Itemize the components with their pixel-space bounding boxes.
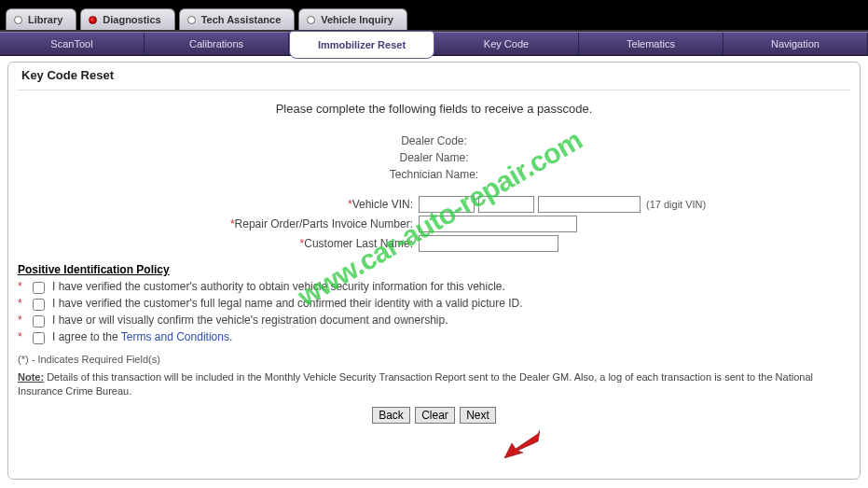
policy-text-3: I have or will visually confirm the vehi… xyxy=(52,314,448,327)
policy-text-2: I have verified the customer's full lega… xyxy=(52,297,523,310)
vehicle-vin-label: Vehicle VIN: xyxy=(352,198,413,211)
clear-button[interactable]: Clear xyxy=(415,407,455,424)
form-block: *Vehicle VIN: (17 digit VIN) *Repair Ord… xyxy=(18,196,850,252)
policy-row-1: * I have verified the customer's authori… xyxy=(18,280,850,294)
policy-text-4-prefix: I agree to the xyxy=(52,330,121,343)
tab-diagnostics[interactable]: Diagnostics xyxy=(80,8,174,30)
panel-title: Key Code Reset xyxy=(18,66,850,91)
policy-row-2: * I have verified the customer's full le… xyxy=(18,297,850,311)
customer-last-name-input[interactable] xyxy=(419,235,558,252)
content-panel: Key Code Reset Please complete the follo… xyxy=(7,62,861,480)
policy-text-1: I have verified the customer's authority… xyxy=(52,280,505,293)
subtab-telematics[interactable]: Telematics xyxy=(579,33,723,55)
required-footnote: (*) - Indicates Required Field(s) xyxy=(18,354,850,365)
policy-checkbox-1[interactable] xyxy=(33,282,45,294)
customer-last-name-label: Customer Last Name: xyxy=(304,237,413,250)
tab-tech-assistance[interactable]: Tech Assistance xyxy=(179,8,296,30)
dealer-info-block: Dealer Code: Dealer Name: Technician Nam… xyxy=(18,132,850,183)
policy-checkbox-4[interactable] xyxy=(33,332,45,344)
tab-label: Tech Assistance xyxy=(201,14,282,25)
dealer-code-label: Dealer Code: xyxy=(18,132,850,149)
radio-icon xyxy=(307,16,315,24)
vin-hint: (17 digit VIN) xyxy=(646,199,706,210)
dealer-name-label: Dealer Name: xyxy=(18,149,850,166)
subtab-calibrations[interactable]: Calibrations xyxy=(145,33,289,55)
radio-icon xyxy=(187,16,196,24)
svg-marker-0 xyxy=(504,430,540,458)
note-block: Note: Details of this transaction will b… xyxy=(18,370,850,399)
note-text: Details of this transaction will be incl… xyxy=(18,371,813,397)
subtab-immobilizer-reset[interactable]: Immobilizer Reset xyxy=(289,31,434,59)
row-customer-last-name: *Customer Last Name: xyxy=(18,235,850,252)
radio-icon xyxy=(14,16,22,24)
tab-label: Diagnostics xyxy=(103,14,160,25)
policy-heading: Positive Identification Policy xyxy=(18,263,850,276)
sub-nav-bar: ScanTool Calibrations Immobilizer Reset … xyxy=(0,32,868,56)
vin-input-seg1[interactable] xyxy=(419,196,475,213)
back-button[interactable]: Back xyxy=(372,407,410,424)
repair-order-label: Repair Order/Parts Invoice Number: xyxy=(235,217,413,230)
policy-checkbox-2[interactable] xyxy=(33,299,45,311)
tab-vehicle-inquiry[interactable]: Vehicle Inquiry xyxy=(298,8,407,30)
tab-library[interactable]: Library xyxy=(6,8,76,30)
subtab-navigation[interactable]: Navigation xyxy=(723,33,868,55)
policy-text-4-suffix: . xyxy=(229,330,232,343)
technician-name-label: Technician Name: xyxy=(18,166,850,183)
subtab-key-code[interactable]: Key Code xyxy=(434,33,579,55)
row-vehicle-vin: *Vehicle VIN: (17 digit VIN) xyxy=(18,196,850,213)
button-row: Back Clear Next xyxy=(18,407,850,424)
instruction-text: Please complete the following fields to … xyxy=(18,102,850,116)
arrow-icon xyxy=(503,430,540,458)
repair-order-input[interactable] xyxy=(419,216,577,232)
radio-icon xyxy=(89,16,97,24)
tab-label: Library xyxy=(28,14,62,25)
subtab-scantool[interactable]: ScanTool xyxy=(0,33,145,55)
vin-input-seg3[interactable] xyxy=(538,196,641,213)
policy-checkbox-3[interactable] xyxy=(33,315,45,328)
tab-label: Vehicle Inquiry xyxy=(321,14,393,25)
top-tab-bar: Library Diagnostics Tech Assistance Vehi… xyxy=(0,0,868,32)
note-label: Note: xyxy=(18,371,44,383)
next-button[interactable]: Next xyxy=(460,407,496,424)
policy-row-4: * I agree to the Terms and Conditions. xyxy=(18,330,850,344)
row-repair-order: *Repair Order/Parts Invoice Number: xyxy=(18,216,850,232)
terms-link[interactable]: Terms and Conditions xyxy=(121,330,229,343)
vin-input-seg2[interactable] xyxy=(478,196,534,213)
policy-section: Positive Identification Policy * I have … xyxy=(18,263,850,344)
policy-row-3: * I have or will visually confirm the ve… xyxy=(18,314,850,328)
